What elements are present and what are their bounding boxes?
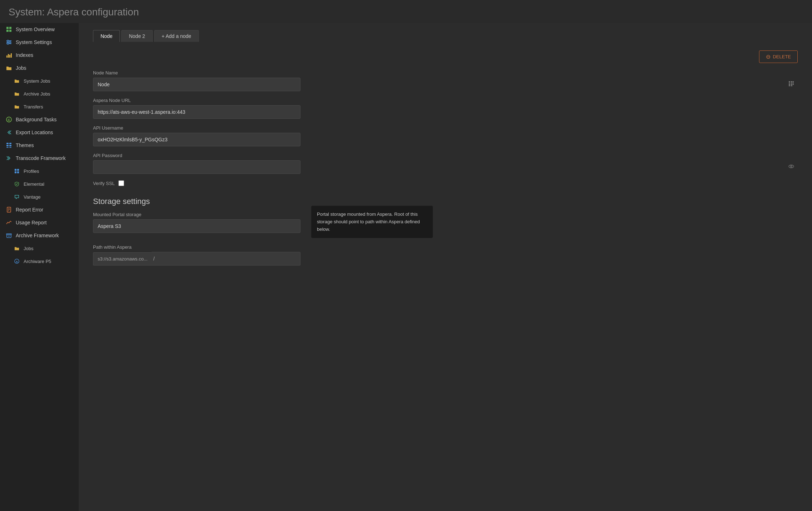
sidebar-item-transcode-framework[interactable]: Transcode Framework — [0, 152, 79, 165]
svg-point-44 — [791, 166, 792, 167]
sidebar-item-af-jobs[interactable]: Jobs — [0, 242, 79, 255]
delete-icon: ⊖ — [766, 53, 771, 60]
svg-point-9 — [7, 43, 9, 44]
arrow-right-icon — [6, 155, 12, 161]
tab-add-node[interactable]: + Add a node — [154, 30, 199, 42]
node-name-input[interactable] — [93, 78, 300, 91]
tab-node[interactable]: Node — [93, 30, 120, 42]
api-username-input-wrap — [93, 133, 798, 146]
grid-sm-icon — [6, 142, 12, 149]
verify-ssl-row: Verify SSL — [93, 180, 798, 186]
sidebar-item-vantage[interactable]: Vantage — [0, 190, 79, 203]
folder-icon — [6, 65, 12, 71]
sidebar-label: Jobs — [24, 246, 33, 251]
circle-a-icon: A — [14, 258, 20, 264]
delete-button-container: ⊖ DELETE — [93, 50, 798, 63]
svg-rect-21 — [9, 147, 11, 148]
sidebar-label: Profiles — [24, 169, 39, 174]
doc-icon — [6, 206, 12, 213]
svg-rect-13 — [11, 53, 12, 58]
tab-node2[interactable]: Node 2 — [121, 30, 152, 42]
sidebar-item-indexes[interactable]: Indexes — [0, 49, 79, 62]
sidebar-item-usage-report[interactable]: Usage Report — [0, 216, 79, 229]
folder-sm-icon — [14, 103, 20, 110]
svg-rect-23 — [17, 169, 19, 171]
chat-icon — [14, 194, 20, 200]
sidebar-item-report-error[interactable]: Report Error — [0, 203, 79, 216]
aspera-url-label: Aspera Node URL — [93, 98, 798, 103]
sidebar-item-profiles[interactable]: Profiles — [0, 165, 79, 177]
api-password-label: API Password — [93, 153, 798, 158]
svg-rect-24 — [15, 171, 16, 173]
svg-text:C: C — [8, 118, 10, 122]
sidebar-label: System Overview — [16, 26, 55, 32]
path-aspera-input[interactable] — [156, 252, 300, 266]
svg-rect-41 — [793, 81, 794, 83]
sidebar-label: Usage Report — [16, 220, 47, 225]
sidebar-item-archiware[interactable]: A Archiware P5 — [0, 255, 79, 268]
circle-c-icon: C — [6, 116, 12, 123]
sidebar-label: Jobs — [16, 65, 26, 71]
sidebar-label: Indexes — [16, 52, 33, 58]
node-tabs: Node Node 2 + Add a node — [93, 30, 798, 42]
sidebar-item-system-overview[interactable]: System Overview — [0, 23, 79, 36]
svg-rect-22 — [15, 169, 16, 171]
mounted-storage-select[interactable]: Aspera S3 — [93, 219, 300, 233]
api-password-input-wrap — [93, 160, 798, 174]
page-title: System: Aspera configuration — [0, 0, 812, 23]
grid-sm2-icon — [14, 168, 20, 174]
path-aspera-label: Path within Aspera — [93, 244, 798, 250]
sliders-icon — [6, 39, 12, 45]
api-password-group: API Password — [93, 153, 798, 174]
svg-text:A: A — [16, 260, 18, 263]
svg-rect-11 — [8, 54, 9, 58]
aspera-url-input[interactable] — [93, 105, 300, 119]
svg-rect-40 — [791, 85, 792, 86]
chart-line-icon — [6, 219, 12, 226]
api-username-input[interactable] — [93, 133, 300, 146]
svg-rect-39 — [789, 85, 790, 86]
node-name-group: Node Name — [93, 70, 798, 91]
sidebar-item-jobs[interactable]: Jobs — [0, 62, 79, 74]
sidebar-item-export-locations[interactable]: Export Locations — [0, 126, 79, 139]
verify-ssl-checkbox[interactable] — [118, 180, 124, 186]
aspera-url-input-wrap — [93, 105, 798, 119]
sidebar-item-background-tasks[interactable]: C Background Tasks — [0, 113, 79, 126]
svg-point-43 — [789, 165, 794, 168]
sidebar-item-archive-jobs[interactable]: Archive Jobs — [0, 87, 79, 100]
svg-rect-20 — [6, 147, 9, 148]
api-username-group: API Username — [93, 125, 798, 146]
page-title-prefix: System: — [9, 6, 45, 18]
storage-tooltip: Portal storage mounted from Aspera. Root… — [311, 206, 433, 238]
path-prefix: s3://s3.amazonaws.co... — [93, 252, 152, 266]
sidebar-item-themes[interactable]: Themes — [0, 139, 79, 152]
sidebar-label: Themes — [16, 142, 34, 148]
svg-point-8 — [9, 42, 11, 43]
svg-rect-42 — [793, 83, 794, 85]
main-content: Node Node 2 + Add a node ⊖ DELETE Node N… — [79, 23, 812, 511]
svg-rect-17 — [9, 143, 11, 144]
node-name-input-wrap — [93, 78, 798, 91]
aspera-url-group: Aspera Node URL — [93, 98, 798, 119]
mounted-storage-row: Aspera S3 Portal storage mounted from As… — [93, 219, 798, 238]
sidebar-label: Transfers — [24, 104, 43, 110]
grid-icon — [6, 26, 12, 33]
sidebar-item-archive-framework[interactable]: Archive Framework — [0, 229, 79, 242]
sidebar-item-system-jobs[interactable]: System Jobs — [0, 74, 79, 87]
sidebar-label: Archive Framework — [16, 233, 59, 238]
sidebar-item-elemental[interactable]: Elemental — [0, 177, 79, 190]
verify-ssl-label: Verify SSL — [93, 181, 115, 186]
path-aspera-group: Path within Aspera s3://s3.amazonaws.co.… — [93, 244, 798, 266]
sidebar-label: Export Locations — [16, 130, 53, 135]
api-password-input[interactable] — [93, 160, 300, 174]
sidebar-item-system-settings[interactable]: System Settings — [0, 36, 79, 49]
sidebar-label: Archiware P5 — [24, 259, 51, 264]
svg-rect-2 — [6, 30, 9, 32]
sidebar-item-transfers[interactable]: Transfers — [0, 100, 79, 113]
folder-sm-icon — [14, 78, 20, 84]
sidebar: System Overview System Settings Indexes … — [0, 23, 79, 511]
node-name-label: Node Name — [93, 70, 798, 76]
svg-rect-3 — [9, 30, 11, 32]
delete-button[interactable]: ⊖ DELETE — [759, 50, 798, 63]
eye-icon — [788, 164, 794, 171]
